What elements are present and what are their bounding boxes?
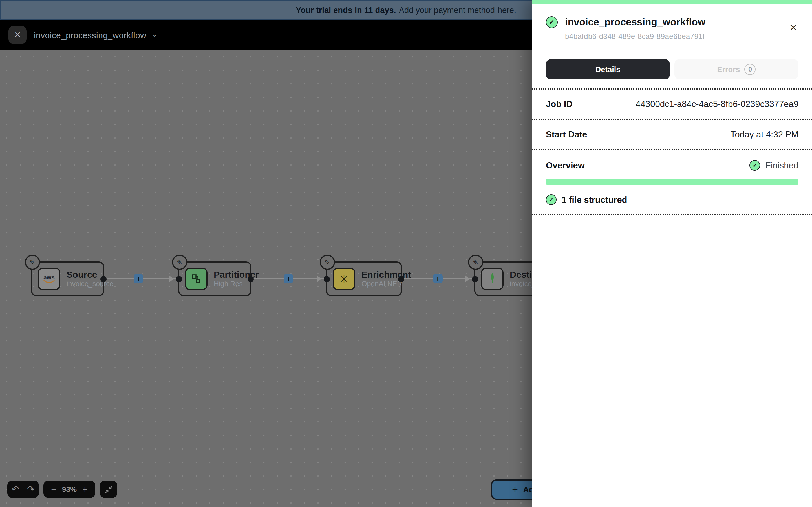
- start-date-label: Start Date: [546, 129, 587, 140]
- mongodb-icon: [481, 268, 504, 290]
- app-root: Your trial ends in 11 days. Add your pay…: [0, 0, 812, 507]
- panel-title: invoice_processing_workflow: [565, 16, 705, 28]
- job-id-row: Job ID 44300dc1-a84c-4ac5-8fb6-0239c3377…: [532, 90, 812, 119]
- pencil-glyph: ✎: [30, 258, 35, 266]
- fit-view-button[interactable]: [100, 481, 117, 498]
- output-port[interactable]: [398, 276, 404, 282]
- workflow-title[interactable]: invoice_processing_workflow: [34, 30, 146, 40]
- plus-icon: +: [136, 274, 141, 283]
- node-source[interactable]: ✎ aws Source invoice_source: [31, 262, 104, 296]
- zoom-in-button[interactable]: +: [82, 484, 88, 494]
- node-subtitle: OpenAI NER: [361, 280, 411, 288]
- input-port[interactable]: [472, 276, 478, 282]
- start-date-row: Start Date Today at 4:32 PM: [532, 120, 812, 149]
- job-details-panel: ✓ invoice_processing_workflow b4bafdb6-d…: [532, 0, 812, 507]
- node-partitioner[interactable]: ✎ Partitioner High Res: [178, 262, 252, 296]
- edit-pencil-icon[interactable]: ✎: [25, 255, 40, 270]
- aws-wordmark: aws: [43, 274, 55, 280]
- pencil-glyph: ✎: [177, 258, 183, 266]
- plus-icon: +: [436, 274, 440, 283]
- files-summary-row: ✓ 1 file structured: [546, 194, 799, 205]
- pencil-glyph: ✎: [473, 258, 478, 266]
- check-glyph: ✓: [753, 162, 757, 168]
- overview-row: Overview ✓ Finished: [532, 151, 812, 176]
- start-date-value: Today at 4:32 PM: [730, 129, 799, 140]
- output-port[interactable]: [248, 276, 254, 282]
- tab-details-label: Details: [596, 65, 620, 73]
- asterisk-glyph: ✳: [340, 272, 349, 285]
- zoom-level: 93%: [62, 485, 77, 494]
- summary-check-icon: ✓: [546, 194, 557, 205]
- finished-check-icon: ✓: [750, 160, 760, 171]
- check-glyph: ✓: [549, 18, 554, 26]
- close-workflow-button[interactable]: ✕: [8, 26, 27, 44]
- tab-details[interactable]: Details: [546, 59, 670, 79]
- close-icon: ✕: [790, 22, 798, 33]
- enrichment-icon: ✳: [333, 268, 355, 290]
- separator: [532, 214, 812, 215]
- edit-pencil-icon[interactable]: ✎: [320, 255, 335, 270]
- panel-tabs: Details Errors 0: [546, 59, 799, 79]
- add-node-between-button[interactable]: +: [433, 274, 443, 283]
- chevron-down-icon[interactable]: ⌄: [151, 30, 158, 38]
- payment-link[interactable]: here.: [498, 5, 516, 14]
- node-enrichment[interactable]: ✎ ✳ Enrichment OpenAI NER: [326, 262, 402, 296]
- tab-errors[interactable]: Errors 0: [674, 59, 799, 79]
- undo-button[interactable]: ↶: [11, 484, 19, 495]
- add-node-between-button[interactable]: +: [284, 274, 293, 283]
- progress-bar: [546, 179, 799, 185]
- undo-redo-toolbar: ↶ ↷: [7, 481, 39, 498]
- mongodb-leaf: [488, 273, 497, 285]
- aws-s3-icon: aws: [38, 268, 60, 290]
- add-node-between-button[interactable]: +: [134, 274, 143, 283]
- trial-banner-text: Add your payment method: [399, 5, 495, 14]
- trial-banner-bold: Your trial ends in 11 days.: [296, 5, 396, 14]
- input-port[interactable]: [324, 276, 330, 282]
- edit-pencil-icon[interactable]: ✎: [172, 255, 187, 270]
- fit-view-icon: [105, 485, 112, 493]
- workflow-uuid: b4bafdb6-d348-489e-8ca9-89ae6bea791f: [565, 32, 799, 41]
- plus-icon: +: [286, 274, 291, 283]
- edge-arrowhead-icon: [317, 276, 321, 282]
- zoom-out-button[interactable]: −: [51, 484, 56, 494]
- plus-icon: +: [512, 484, 518, 496]
- zoom-toolbar: − 93% +: [43, 481, 95, 498]
- panel-header: ✓ invoice_processing_workflow b4bafdb6-d…: [532, 4, 812, 51]
- edge-arrowhead-icon: [465, 276, 470, 282]
- edit-pencil-icon[interactable]: ✎: [468, 255, 483, 270]
- overview-status: Finished: [765, 160, 799, 170]
- progress-fill: [546, 179, 799, 185]
- output-port[interactable]: [100, 276, 107, 282]
- pencil-glyph: ✎: [324, 258, 330, 266]
- close-icon: ✕: [14, 30, 21, 40]
- overview-label: Overview: [546, 160, 585, 170]
- node-subtitle: invoice_source: [66, 280, 114, 288]
- aws-smile: [43, 280, 55, 284]
- panel-close-button[interactable]: ✕: [790, 22, 798, 34]
- partitioner-icon: [185, 268, 207, 290]
- errors-count-badge: 0: [745, 64, 756, 75]
- input-port[interactable]: [176, 276, 182, 282]
- panel-status-strip: [532, 0, 812, 4]
- edge-arrowhead-icon: [169, 276, 174, 282]
- redo-button[interactable]: ↷: [27, 484, 35, 495]
- files-summary: 1 file structured: [562, 194, 627, 205]
- tab-errors-label: Errors: [717, 65, 740, 73]
- status-check-icon: ✓: [546, 16, 558, 28]
- check-glyph: ✓: [549, 196, 554, 203]
- job-id-value: 44300dc1-a84c-4ac5-8fb6-0239c3377ea9: [636, 99, 799, 109]
- partition-glyph: [191, 273, 202, 284]
- job-id-label: Job ID: [546, 99, 573, 109]
